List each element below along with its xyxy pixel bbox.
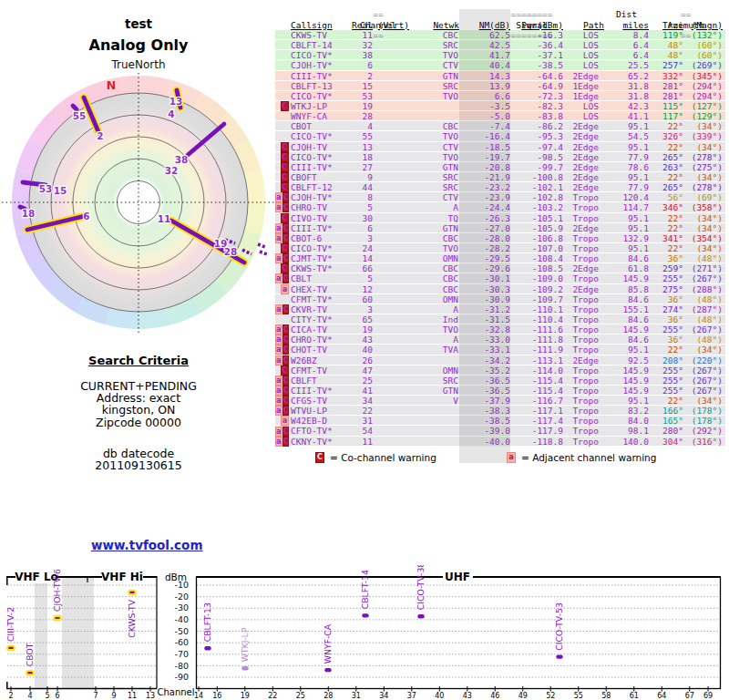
true-azimuth: 22°: [649, 243, 683, 253]
callsign: W42EB-D: [291, 416, 347, 426]
virtual-channel: [373, 396, 409, 406]
svg-text:67: 67: [685, 692, 694, 700]
path: 2Edge: [563, 182, 604, 192]
warning-markers: [275, 40, 291, 50]
true-azimuth: 22°: [649, 223, 683, 233]
network: TVO: [409, 243, 459, 253]
callsign: CHOT-TV: [291, 345, 347, 355]
network: OMN: [409, 294, 459, 304]
co-channel-badge: C: [315, 452, 324, 463]
network: CTV: [409, 142, 459, 152]
true-azimuth: 22°: [649, 396, 683, 406]
distance-miles: 145.9: [604, 273, 649, 283]
distance-miles: 84.6: [604, 335, 649, 345]
real-channel: 9: [347, 172, 373, 182]
table-row: aCWTVU-LP22-38.3-117.1Tropo83.2166°(178°…: [275, 406, 725, 416]
co-channel-warning-icon: C: [282, 427, 289, 437]
power: -72.3: [510, 91, 563, 101]
callsign: CIII-TV*: [291, 386, 347, 396]
callsign: CICA-TV: [291, 324, 347, 335]
co-channel-warning-icon: C: [282, 253, 289, 263]
adjacent-channel-text: = Adjacent channel warning: [521, 452, 656, 463]
callsign: CKNY-TV*: [291, 437, 347, 447]
noise-margin: -7.4: [459, 121, 510, 131]
network: GTN: [409, 223, 459, 233]
virtual-channel: [373, 273, 409, 283]
real-channel: 26: [347, 355, 373, 365]
true-azimuth: 165°: [649, 416, 683, 426]
warning-markers: aC: [275, 324, 291, 335]
network: [409, 416, 459, 426]
report-title: test: [0, 16, 277, 31]
network: SRC: [409, 376, 459, 386]
real-channel: 2: [347, 71, 373, 81]
power: -111.6: [510, 324, 563, 335]
path: 2Edge: [563, 263, 604, 273]
warning-markers: [275, 81, 291, 91]
power: -100.8: [510, 172, 563, 182]
network: TVO: [409, 152, 459, 162]
network: GTN: [409, 386, 459, 396]
real-channel: 19: [347, 101, 373, 111]
network: CBC: [409, 273, 459, 283]
true-azimuth: 275°: [649, 284, 683, 294]
adjacent-channel-warning-icon: a: [275, 335, 282, 345]
path: 2Edge: [563, 71, 604, 81]
svg-text:37: 37: [407, 692, 416, 700]
power: -97.4: [510, 142, 563, 152]
true-azimuth: 22°: [649, 345, 683, 355]
svg-text:61: 61: [630, 692, 639, 700]
callsign: CHEX-TV: [291, 284, 347, 294]
power: -108.4: [510, 253, 563, 263]
svg-text:WNYF-CA: WNYF-CA: [323, 623, 333, 664]
real-channel: 19: [347, 324, 373, 335]
table-row: aCCHRO-TV*43A-33.0-111.8Tropo84.636°(48°…: [275, 335, 725, 345]
callsign: W26BZ: [291, 355, 347, 365]
adjacent-channel-badge: a: [507, 452, 516, 463]
warning-markers: aC: [275, 355, 291, 365]
true-azimuth: 259°: [649, 263, 683, 273]
path: Tropo: [563, 294, 604, 304]
real-channel: 31: [347, 416, 373, 426]
tvfool-link[interactable]: www.tvfool.com: [91, 538, 202, 552]
noise-margin: 41.7: [459, 50, 510, 60]
search-criteria-heading: Search Criteria: [25, 354, 252, 367]
power: -116.7: [510, 396, 563, 406]
warning-markers: aC: [275, 335, 291, 345]
true-azimuth: 265°: [649, 152, 683, 162]
true-azimuth: 22°: [649, 142, 683, 152]
power: -105.1: [510, 213, 563, 223]
warning-markers: [275, 50, 291, 60]
network: GTN: [409, 71, 459, 81]
distance-miles: 155.1: [604, 304, 649, 314]
network: CTV: [409, 60, 459, 70]
real-channel: 22: [347, 406, 373, 416]
path: Tropo: [563, 396, 604, 406]
distance-miles: 95.1: [604, 345, 649, 355]
noise-margin: 62.5: [459, 30, 510, 40]
warning-markers: C: [275, 182, 291, 192]
svg-text:CIII-TV-2: CIII-TV-2: [5, 607, 15, 642]
co-channel-warning-icon: C: [282, 202, 289, 212]
noise-margin: -28.2: [459, 243, 510, 253]
power: -37.1: [510, 50, 563, 60]
warning-markers: aC: [275, 233, 291, 243]
svg-text:22: 22: [268, 692, 277, 700]
callsign: CFTO-TV*: [291, 426, 347, 436]
svg-text:64: 64: [657, 692, 666, 700]
real-channel: 4: [347, 121, 373, 131]
distance-miles: 42.3: [604, 101, 649, 111]
path: Tropo: [563, 324, 604, 335]
noise-margin: -23.9: [459, 192, 510, 202]
real-channel: 53: [347, 91, 373, 101]
power: -111.8: [510, 335, 563, 345]
network: V: [409, 396, 459, 406]
magnetic-azimuth: (34°): [683, 396, 723, 406]
virtual-channel: [373, 111, 409, 121]
svg-text:49: 49: [519, 692, 528, 700]
true-azimuth: 117°: [649, 111, 683, 121]
noise-margin: -36.5: [459, 376, 510, 386]
power: -38.5: [510, 60, 563, 70]
real-channel: 44: [347, 182, 373, 192]
distance-miles: 6.4: [604, 50, 649, 60]
